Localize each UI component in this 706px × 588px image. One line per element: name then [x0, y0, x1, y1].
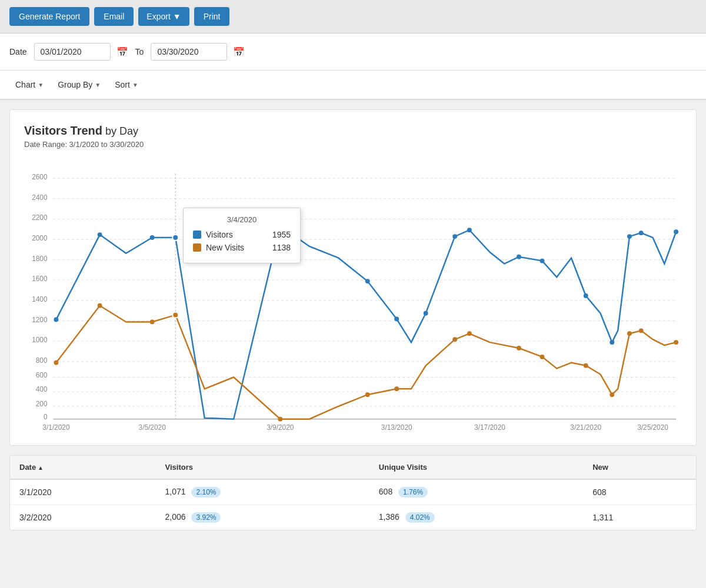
- cell-date: 3/2/2020: [10, 505, 156, 530]
- svg-point-40: [540, 259, 545, 263]
- svg-point-51: [365, 392, 370, 397]
- th-date[interactable]: Date: [10, 456, 156, 479]
- th-unique-visits[interactable]: Unique Visits: [369, 456, 583, 479]
- svg-point-31: [150, 235, 155, 240]
- svg-point-29: [54, 318, 58, 322]
- table-row: 3/1/2020 1,071 2.10% 608 1.76% 608: [10, 479, 696, 505]
- date-from-input[interactable]: [34, 43, 111, 61]
- sort-label: Sort: [115, 80, 130, 89]
- chart-container: Visitors Trend by Day Date Range: 3/1/20…: [9, 109, 697, 446]
- svg-point-45: [674, 229, 678, 234]
- svg-text:1200: 1200: [32, 316, 48, 324]
- svg-point-36: [424, 311, 428, 316]
- svg-text:3/17/2020: 3/17/2020: [474, 423, 505, 431]
- toolbar: Generate Report Email Export ▼ Print: [0, 0, 706, 34]
- chart-subtitle: by Day: [102, 125, 138, 137]
- unique-visits-badge: 1.76%: [398, 487, 428, 497]
- svg-point-39: [517, 255, 521, 259]
- date-label: Date: [9, 47, 27, 56]
- generate-report-button[interactable]: Generate Report: [9, 7, 89, 26]
- th-visitors[interactable]: Visitors: [156, 456, 369, 479]
- svg-text:1800: 1800: [32, 255, 48, 263]
- data-table: Date Visitors Unique Visits New 3/1/2020…: [9, 455, 697, 530]
- table-row: 3/2/2020 2,006 3.92% 1,386 4.02% 1,311: [10, 505, 696, 530]
- svg-point-49: [172, 312, 178, 318]
- chart-caret-icon: ▼: [38, 82, 44, 88]
- svg-text:800: 800: [36, 356, 48, 365]
- svg-text:2600: 2600: [32, 173, 48, 181]
- date-to-input[interactable]: [151, 43, 227, 61]
- svg-point-41: [584, 293, 588, 298]
- th-new-visits[interactable]: New: [583, 456, 696, 479]
- svg-text:600: 600: [36, 371, 48, 379]
- svg-point-61: [674, 340, 678, 345]
- export-label: Export: [146, 12, 170, 21]
- svg-point-32: [172, 235, 178, 240]
- svg-point-48: [150, 320, 155, 325]
- cell-date: 3/1/2020: [10, 479, 156, 505]
- table-header-row: Date Visitors Unique Visits New: [10, 456, 696, 479]
- visitors-badge: 3.92%: [191, 512, 221, 523]
- print-button[interactable]: Print: [194, 7, 230, 26]
- svg-point-47: [98, 303, 102, 308]
- svg-text:0: 0: [44, 413, 48, 421]
- svg-point-52: [394, 386, 399, 391]
- cell-visitors: 2,006 3.92%: [156, 505, 369, 530]
- chart-title-main: Visitors Trend: [24, 124, 102, 137]
- calendar-from-icon[interactable]: 📅: [116, 46, 128, 58]
- group-by-caret-icon: ▼: [95, 82, 101, 88]
- group-by-dropdown[interactable]: Group By ▼: [52, 76, 106, 93]
- svg-text:200: 200: [36, 400, 48, 408]
- svg-point-54: [467, 331, 472, 336]
- group-by-label: Group By: [58, 80, 92, 89]
- svg-point-56: [540, 355, 545, 359]
- export-caret-icon: ▼: [173, 12, 181, 21]
- filter-controls: Chart ▼ Group By ▼ Sort ▼: [0, 71, 706, 100]
- sort-dropdown[interactable]: Sort ▼: [109, 76, 144, 93]
- svg-point-35: [394, 317, 399, 322]
- svg-point-57: [584, 363, 588, 368]
- visitors-badge: 2.10%: [191, 487, 221, 497]
- svg-point-60: [639, 328, 644, 333]
- svg-text:3/25/2020: 3/25/2020: [637, 423, 668, 431]
- svg-point-43: [627, 234, 632, 239]
- svg-point-50: [278, 417, 282, 422]
- svg-point-46: [54, 360, 58, 365]
- cell-unique-visits: 1,386 4.02%: [369, 505, 583, 530]
- export-button[interactable]: Export ▼: [138, 7, 189, 26]
- svg-text:3/5/2020: 3/5/2020: [139, 423, 166, 431]
- svg-text:1000: 1000: [32, 336, 48, 344]
- svg-point-55: [517, 346, 521, 350]
- svg-point-44: [639, 230, 644, 235]
- svg-point-58: [610, 392, 614, 397]
- cell-unique-visits: 608 1.76%: [369, 479, 583, 505]
- cell-new-visits: 1,311: [583, 505, 696, 530]
- svg-point-38: [467, 228, 472, 232]
- svg-text:400: 400: [36, 385, 48, 393]
- email-button[interactable]: Email: [94, 7, 134, 26]
- svg-text:1400: 1400: [32, 295, 48, 303]
- svg-text:2000: 2000: [32, 234, 48, 242]
- calendar-to-icon[interactable]: 📅: [233, 46, 245, 58]
- sort-caret-icon: ▼: [132, 82, 138, 88]
- svg-point-30: [98, 232, 102, 237]
- chart-date-range: Date Range: 3/1/2020 to 3/30/2020: [24, 140, 682, 149]
- cell-new-visits: 608: [583, 479, 696, 505]
- chart-svg: 2600 2400 2200 2000 1800 1600 1400 1200 …: [24, 161, 682, 431]
- chart-area: 2600 2400 2200 2000 1800 1600 1400 1200 …: [24, 161, 682, 431]
- svg-point-37: [452, 234, 457, 239]
- svg-point-34: [365, 279, 370, 283]
- chart-dropdown[interactable]: Chart ▼: [9, 76, 49, 93]
- svg-text:2400: 2400: [32, 193, 48, 202]
- svg-point-53: [452, 337, 457, 342]
- svg-point-59: [627, 331, 632, 336]
- unique-visits-badge: 4.02%: [405, 512, 435, 523]
- svg-point-42: [610, 340, 614, 345]
- svg-text:2200: 2200: [32, 213, 48, 222]
- svg-text:3/9/2020: 3/9/2020: [267, 423, 294, 431]
- chart-title: Visitors Trend by Day: [24, 124, 682, 138]
- cell-visitors: 1,071 2.10%: [156, 479, 369, 505]
- svg-text:3/21/2020: 3/21/2020: [570, 423, 601, 431]
- to-label: To: [135, 47, 144, 56]
- svg-text:1600: 1600: [32, 275, 48, 283]
